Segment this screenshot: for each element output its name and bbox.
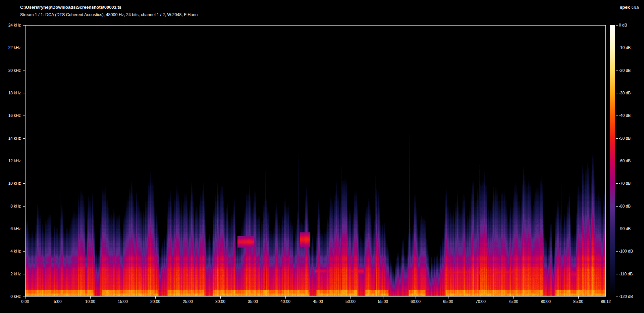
db-tick-label: -90 dB xyxy=(619,226,631,231)
freq-tick xyxy=(23,206,25,207)
time-tick-label: 5:00 xyxy=(54,299,61,304)
spectrogram-plot xyxy=(25,25,606,297)
freq-tick-label: 4 kHz xyxy=(1,249,21,254)
time-tick xyxy=(155,297,156,299)
freq-tick xyxy=(23,297,25,297)
stream-info: Stream 1 / 1: DCA (DTS Coherent Acoustic… xyxy=(20,12,198,17)
db-tick xyxy=(616,25,618,26)
freq-tick-label: 14 kHz xyxy=(1,136,21,141)
app-name: spek xyxy=(620,5,630,10)
time-tick-label: 45:00 xyxy=(313,299,323,304)
db-tick-label: -30 dB xyxy=(619,91,631,95)
time-tick-label: 55:00 xyxy=(378,299,388,304)
db-tick xyxy=(616,161,618,161)
spek-window: { "header": { "file_path": "C:\\Users\\r… xyxy=(0,0,644,313)
time-tick-label: 30:00 xyxy=(215,299,225,304)
db-tick-label: -80 dB xyxy=(619,204,631,209)
freq-tick-label: 6 kHz xyxy=(1,226,21,231)
app-brand: spek 0.8.5 xyxy=(620,5,639,10)
freq-tick xyxy=(23,48,25,48)
db-tick xyxy=(616,229,618,229)
time-tick xyxy=(123,297,123,299)
db-tick xyxy=(616,71,618,71)
time-tick xyxy=(448,297,448,299)
db-tick-label: -40 dB xyxy=(619,113,631,118)
db-tick-label: -70 dB xyxy=(619,181,631,186)
db-tick-label: -60 dB xyxy=(619,159,631,163)
time-tick xyxy=(481,297,481,299)
time-tick xyxy=(578,297,579,299)
time-tick-label: 25:00 xyxy=(183,299,193,304)
time-tick-label: 35:00 xyxy=(248,299,258,304)
db-tick-label: -110 dB xyxy=(619,272,633,276)
file-path-title: C:\Users\rynep\Downloads\Screenshots\000… xyxy=(20,5,121,10)
freq-tick xyxy=(23,183,25,184)
time-tick xyxy=(416,297,416,299)
time-tick-label: 80:00 xyxy=(541,299,551,304)
freq-tick-label: 24 kHz xyxy=(1,23,21,28)
time-tick-label: 60:00 xyxy=(411,299,421,304)
time-tick-label: 20:00 xyxy=(150,299,160,304)
time-tick xyxy=(513,297,514,299)
freq-tick xyxy=(23,116,25,116)
time-tick xyxy=(253,297,253,299)
time-tick xyxy=(90,297,91,299)
db-tick-label: 0 dB xyxy=(619,23,627,28)
time-tick xyxy=(58,297,58,299)
freq-tick-label: 10 kHz xyxy=(1,181,21,186)
time-tick xyxy=(285,297,286,299)
time-tick-label: 65:00 xyxy=(443,299,453,304)
freq-tick xyxy=(23,71,25,71)
time-tick-label: 89:12 xyxy=(601,299,611,304)
spectrogram-canvas xyxy=(25,26,605,296)
db-tick xyxy=(616,206,618,207)
db-tick xyxy=(616,48,618,48)
freq-tick xyxy=(23,161,25,161)
time-tick xyxy=(383,297,383,299)
legend-bar xyxy=(610,25,615,297)
db-tick-label: -100 dB xyxy=(619,249,633,254)
time-tick-label: 70:00 xyxy=(476,299,486,304)
time-tick-label: 50:00 xyxy=(345,299,356,304)
freq-tick-label: 18 kHz xyxy=(1,91,21,95)
db-tick xyxy=(616,93,618,93)
time-tick-label: 15:00 xyxy=(118,299,128,304)
time-tick-label: 75:00 xyxy=(508,299,518,304)
db-tick xyxy=(616,251,618,252)
time-tick xyxy=(546,297,546,299)
time-tick-label: 40:00 xyxy=(280,299,290,304)
freq-tick xyxy=(23,138,25,139)
db-tick xyxy=(616,116,618,116)
freq-tick xyxy=(23,229,25,229)
time-tick-label: 85:00 xyxy=(573,299,583,304)
time-tick xyxy=(25,297,25,299)
time-tick xyxy=(606,297,606,299)
time-tick-label: 0:00 xyxy=(21,299,29,304)
db-tick-label: -10 dB xyxy=(619,45,631,50)
freq-tick-label: 2 kHz xyxy=(1,272,21,276)
freq-tick-label: 22 kHz xyxy=(1,45,21,50)
time-tick xyxy=(318,297,318,299)
freq-tick-label: 8 kHz xyxy=(1,204,21,209)
db-tick xyxy=(616,274,618,274)
time-tick xyxy=(220,297,221,299)
db-tick xyxy=(616,297,618,297)
freq-tick xyxy=(23,274,25,274)
db-tick-label: -50 dB xyxy=(619,136,631,141)
freq-tick-label: 16 kHz xyxy=(1,113,21,118)
app-version: 0.8.5 xyxy=(632,6,639,9)
db-tick-label: -120 dB xyxy=(619,294,633,299)
time-tick xyxy=(188,297,188,299)
freq-tick-label: 20 kHz xyxy=(1,68,21,73)
freq-tick xyxy=(23,93,25,93)
freq-tick xyxy=(23,25,25,26)
time-tick xyxy=(351,297,351,299)
freq-tick-label: 0 kHz xyxy=(1,294,21,299)
time-tick-label: 10:00 xyxy=(85,299,95,304)
freq-tick xyxy=(23,251,25,252)
freq-tick-label: 12 kHz xyxy=(1,159,21,163)
db-tick-label: -20 dB xyxy=(619,68,631,73)
db-tick xyxy=(616,183,618,184)
db-tick xyxy=(616,138,618,139)
